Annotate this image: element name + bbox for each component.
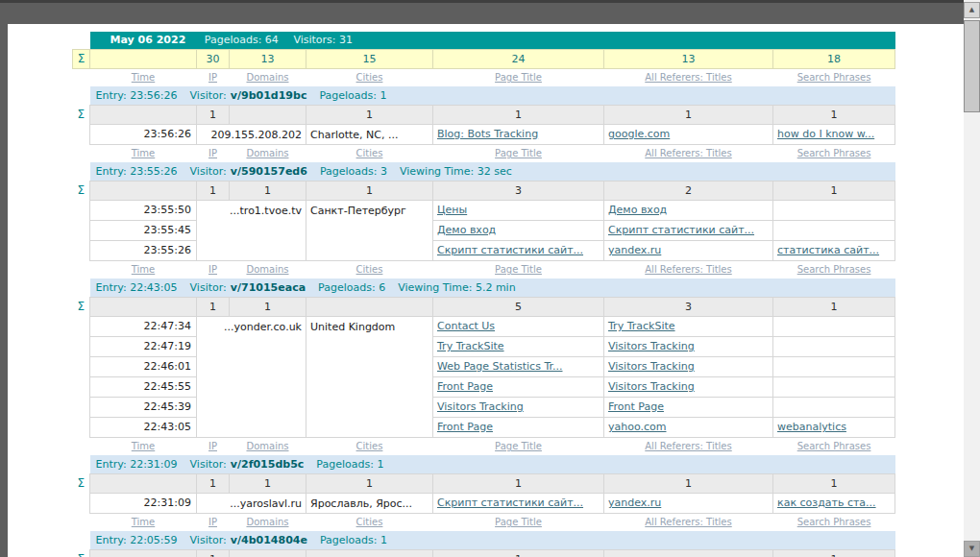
col-header-ip[interactable]: IP — [208, 148, 217, 158]
sum-ip: 1 — [197, 181, 230, 200]
col-header-cities[interactable]: Cities — [356, 72, 383, 83]
pageload-row: 22:45:39 Visitors Tracking Front Page — [73, 397, 895, 417]
visitor-sum-row: Σ 1 1 1 3 2 1 — [73, 181, 895, 200]
referer-link[interactable]: yahoo.com — [608, 421, 666, 433]
col-header-page-title[interactable]: Page Title — [495, 441, 542, 451]
sum-cities — [306, 297, 433, 316]
page-title-link[interactable]: Contact Us — [437, 320, 495, 332]
col-header-search[interactable]: Search Phrases — [797, 264, 871, 275]
referer-link[interactable]: Visitors Tracking — [608, 340, 695, 352]
col-header-referers[interactable]: All Referers: Titles — [645, 517, 731, 527]
referer-link[interactable]: yandex.ru — [608, 496, 661, 509]
scroll-thumb[interactable] — [964, 20, 980, 112]
col-header-cities[interactable]: Cities — [356, 441, 383, 451]
scroll-down-button[interactable]: ▼ — [964, 541, 980, 557]
search-phrase-link[interactable]: how do I know w... — [777, 128, 874, 140]
col-header-domains[interactable]: Domains — [246, 517, 288, 527]
referer-link[interactable]: Try TrackSite — [608, 320, 675, 332]
page-title-link[interactable]: Web Page Statistics Tr... — [437, 360, 563, 373]
sigma-icon: Σ — [77, 476, 85, 490]
col-header-time[interactable]: Time — [132, 517, 155, 527]
referer-link[interactable]: Visitors Tracking — [608, 360, 695, 373]
sum-search: 1 — [773, 297, 895, 316]
referer-link[interactable]: Демо вход — [608, 204, 667, 216]
city-cell: Charlotte, NC, ... — [306, 124, 433, 144]
col-header-referers[interactable]: All Referers: Titles — [645, 72, 731, 83]
host-cell: ...tro1.tvoe.tv — [197, 200, 306, 260]
search-phrase-link[interactable]: как создать ста... — [777, 496, 876, 509]
col-header-domains[interactable]: Domains — [246, 148, 288, 158]
column-header-row: Time IP Domains Cities Page Title All Re… — [73, 68, 895, 86]
col-header-domains[interactable]: Domains — [246, 264, 288, 275]
col-header-ip[interactable]: IP — [208, 517, 217, 527]
date-label: May 06 2022 — [110, 34, 186, 46]
totals-ip: 30 — [197, 49, 230, 68]
visitor-log-table: May 06 2022 Pageloads: 64 Visitors: 31 Σ… — [72, 32, 895, 557]
col-header-referers[interactable]: All Referers: Titles — [645, 441, 731, 451]
col-header-page-title[interactable]: Page Title — [495, 264, 542, 275]
sum-referers — [604, 549, 773, 557]
sum-ip: 1 — [197, 105, 230, 124]
sum-domains: 1 — [230, 297, 306, 316]
pageload-row: 23:56:26 209.155.208.202 Charlotte, NC, … — [73, 124, 895, 144]
col-header-time[interactable]: Time — [132, 72, 155, 83]
scrollbar[interactable]: ▲ ▼ — [964, 0, 980, 557]
sum-pages: 1 — [433, 105, 604, 124]
col-header-cities[interactable]: Cities — [356, 148, 383, 158]
col-header-referers[interactable]: All Referers: Titles — [645, 148, 731, 158]
col-header-search[interactable]: Search Phrases — [797, 72, 871, 83]
referer-link[interactable]: Visitors Tracking — [608, 380, 695, 393]
col-header-domains[interactable]: Domains — [246, 72, 288, 83]
col-header-page-title[interactable]: Page Title — [495, 517, 542, 527]
pageloads-count: Pageloads: 1 — [320, 534, 387, 546]
column-header-row: Time IP Domains Cities Page Title All Re… — [73, 260, 895, 278]
page-title-link[interactable]: Front Page — [437, 380, 493, 393]
page-title-link[interactable]: Скрипт статистики сайт... — [437, 244, 583, 256]
page-title-link[interactable]: Blog: Bots Tracking — [437, 128, 538, 140]
col-header-time[interactable]: Time — [132, 264, 155, 275]
referer-link[interactable]: yandex.ru — [608, 244, 661, 256]
page-title-link[interactable]: Front Page — [437, 421, 493, 433]
page-title-link[interactable]: Демо вход — [437, 224, 496, 236]
col-header-page-title[interactable]: Page Title — [495, 72, 542, 83]
visitor-sum-row: Σ 1 1 1 1 1 — [73, 105, 895, 124]
col-header-time[interactable]: Time — [132, 441, 155, 451]
sigma-icon: Σ — [77, 108, 85, 121]
col-header-cities[interactable]: Cities — [356, 264, 383, 275]
col-header-ip[interactable]: IP — [208, 72, 217, 83]
col-header-search[interactable]: Search Phrases — [797, 148, 871, 158]
referer-link[interactable]: google.com — [608, 128, 670, 140]
sum-search: 1 — [773, 105, 895, 124]
sum-time — [90, 105, 197, 124]
sum-pages: 3 — [433, 181, 604, 200]
search-phrase-link[interactable]: статистика сайт... — [777, 244, 879, 256]
page-title-link[interactable]: Try TrackSite — [437, 340, 504, 352]
col-header-search[interactable]: Search Phrases — [797, 441, 871, 451]
col-header-ip[interactable]: IP — [208, 264, 217, 275]
page-title-link[interactable]: Цены — [437, 204, 467, 216]
search-phrase-link[interactable]: webanalytics — [777, 421, 846, 433]
page-title-link[interactable]: Скрипт статистики сайт... — [437, 496, 583, 509]
totals-domains: 13 — [230, 49, 306, 68]
col-header-page-title[interactable]: Page Title — [495, 148, 542, 158]
visitor-label: Visitor: — [190, 534, 227, 546]
pageload-row: 22:31:09 ...yaroslavl.ru Ярославль, Ярос… — [73, 493, 895, 513]
referer-link[interactable]: Скрипт статистики сайт... — [608, 224, 754, 236]
referer-link[interactable]: Front Page — [608, 400, 664, 413]
pageload-row: 22:43:05 Front Page yahoo.com webanalyti… — [73, 417, 895, 437]
visitor-entry-bar: Entry: 23:55:26Visitor:v/590157ed6Pagelo… — [90, 162, 895, 181]
col-header-time[interactable]: Time — [132, 148, 155, 158]
visitor-sum-row: Σ 1 1 5 3 1 — [73, 297, 895, 316]
col-header-referers[interactable]: All Referers: Titles — [645, 264, 731, 275]
scroll-up-button[interactable]: ▲ — [964, 2, 980, 18]
sigma-icon: Σ — [77, 300, 85, 313]
col-header-search[interactable]: Search Phrases — [797, 517, 871, 527]
col-header-cities[interactable]: Cities — [356, 517, 383, 527]
time-cell: 22:47:19 — [90, 336, 197, 356]
col-header-ip[interactable]: IP — [208, 441, 217, 451]
pageloads-count: Pageloads: 1 — [319, 89, 386, 102]
totals-time-cell — [90, 49, 197, 68]
col-header-domains[interactable]: Domains — [246, 441, 288, 451]
page-title-link[interactable]: Visitors Tracking — [437, 400, 524, 413]
sum-pages: 5 — [433, 297, 604, 316]
